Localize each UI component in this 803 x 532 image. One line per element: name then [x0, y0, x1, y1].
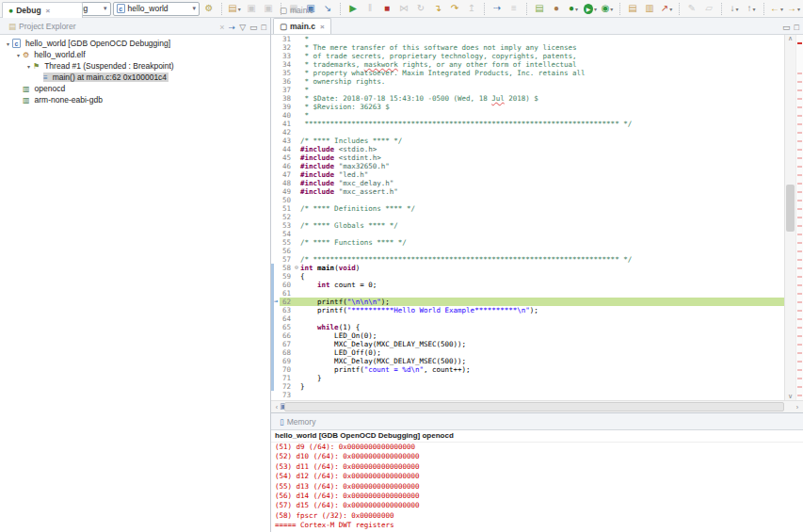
build-project-button[interactable]: ▤ [532, 2, 547, 16]
spelling-marker[interactable] [797, 149, 802, 151]
tree-item[interactable]: ≡main() at main.c:62 0x100001c4 [0, 72, 270, 83]
maximize-view-button[interactable]: □ [262, 23, 266, 32]
editor-tab-main-c[interactable]: ▢main.c [273, 2, 331, 18]
debug-history-dropdown[interactable]: ●▾ [566, 2, 581, 16]
annotation-column [271, 60, 280, 69]
external-tools-dropdown[interactable]: ◉▾ [600, 2, 615, 16]
editor-horizontal-scrollbar[interactable]: ‹ › [271, 400, 803, 412]
editor-vertical-scrollbar[interactable]: ∧ ∨ [784, 35, 795, 400]
debug-launch-tree[interactable]: ▾chello_world [GDB OpenOCD Debugging]▾⚙h… [0, 35, 270, 532]
spelling-marker[interactable] [797, 369, 802, 371]
annotation-column [271, 187, 280, 196]
spelling-marker[interactable] [797, 123, 802, 125]
maximize-editor-button[interactable]: □ [795, 23, 799, 32]
spelling-marker[interactable] [797, 386, 802, 388]
expander-icon[interactable]: ▾ [14, 52, 23, 58]
spelling-marker[interactable] [797, 225, 802, 227]
expander-icon[interactable]: ▾ [24, 63, 33, 70]
tree-item[interactable]: ▥openocd [0, 83, 270, 94]
scroll-up-icon[interactable]: ∧ [785, 35, 795, 42]
run-history-dropdown[interactable]: ▶▾ [583, 2, 598, 16]
close-icon[interactable]: × [46, 7, 51, 15]
spelling-marker[interactable] [797, 395, 802, 396]
new-wizard-dropdown[interactable]: ▤▾ [227, 2, 242, 16]
tab-project-explorer[interactable]: ▤Project Explorer [2, 18, 83, 34]
open-folder-button[interactable]: ▤ [625, 2, 640, 16]
spelling-marker[interactable] [797, 157, 802, 159]
scroll-down-icon[interactable]: ∨ [785, 393, 795, 400]
clean-project-button[interactable]: ● [549, 2, 564, 16]
spelling-marker[interactable] [797, 174, 802, 176]
step-into-button[interactable]: ↴ [430, 2, 445, 16]
spelling-marker[interactable] [797, 361, 802, 363]
resume-button[interactable]: ▶ [345, 2, 361, 16]
code-line: 52 [271, 213, 784, 221]
spelling-marker[interactable] [797, 140, 802, 142]
instruction-stepping-toggle-icon[interactable]: ⇢ [229, 23, 236, 32]
spelling-marker[interactable] [797, 81, 802, 83]
back-dropdown[interactable]: ←▾ [769, 2, 784, 16]
spelling-marker[interactable] [797, 73, 802, 74]
spelling-marker[interactable] [797, 242, 802, 244]
code-editor[interactable]: 31 *32 * The mere transfer of this softw… [271, 35, 803, 400]
open-resource-button[interactable]: ▥ [642, 2, 657, 16]
horizontal-scroll-thumb[interactable] [284, 402, 784, 411]
minimize-editor-button[interactable]: ▭ [782, 23, 791, 32]
forward-dropdown[interactable]: →▾ [786, 2, 801, 16]
spelling-marker[interactable] [797, 327, 802, 329]
instruction-stepping-button[interactable]: ⇢ [490, 2, 505, 16]
spelling-marker[interactable] [797, 115, 802, 117]
tree-item[interactable]: ▾chello_world [GDB OpenOCD Debugging] [0, 38, 270, 49]
tree-item[interactable]: ▥arm-none-eabi-gdb [0, 94, 270, 105]
spelling-marker[interactable] [797, 106, 802, 108]
tree-item[interactable]: ▾⚑Thread #1 (Suspended : Breakpoint) [0, 60, 270, 72]
spelling-marker[interactable] [797, 200, 802, 202]
spelling-marker[interactable] [797, 89, 802, 91]
spelling-marker[interactable] [797, 208, 802, 210]
previous-annotation-dropdown[interactable]: ↑▾ [744, 2, 759, 16]
spelling-marker[interactable] [797, 250, 802, 252]
spelling-marker[interactable] [797, 318, 802, 320]
remove-all-terminated-button[interactable]: × [219, 23, 224, 32]
tree-item[interactable]: ▾⚙hello_world.elf [0, 49, 270, 60]
next-annotation-dropdown[interactable]: ↓▾ [727, 2, 742, 16]
console-tab-memory[interactable]: ▯Memory [273, 413, 363, 429]
spelling-marker[interactable] [797, 276, 802, 278]
step-over-button[interactable]: ↷ [447, 2, 462, 16]
spelling-marker[interactable] [797, 259, 802, 261]
terminate-button[interactable]: ■ [379, 2, 394, 16]
spelling-marker[interactable] [797, 301, 802, 303]
console-output[interactable]: (51) d9 (/64): 0x0000000000000000(52) d1… [271, 443, 803, 532]
spelling-marker[interactable] [797, 132, 802, 134]
vertical-scroll-thumb[interactable] [786, 185, 795, 232]
collapse-icon[interactable]: ⊖ [293, 264, 300, 272]
error-marker[interactable] [797, 42, 802, 44]
spelling-marker[interactable] [797, 166, 802, 168]
spelling-marker[interactable] [797, 183, 802, 185]
close-icon[interactable]: × [320, 23, 325, 31]
spelling-marker[interactable] [797, 293, 802, 295]
expander-icon[interactable]: ▾ [4, 40, 12, 47]
overview-ruler[interactable] [795, 35, 803, 400]
spelling-marker[interactable] [797, 98, 802, 100]
spelling-marker[interactable] [797, 378, 802, 379]
spelling-marker[interactable] [797, 335, 802, 337]
view-menu-button[interactable]: ▽ [239, 23, 246, 32]
spelling-marker[interactable] [797, 352, 802, 354]
spelling-marker[interactable] [797, 234, 802, 235]
spelling-marker[interactable] [797, 191, 802, 193]
spelling-marker[interactable] [797, 217, 802, 218]
spelling-marker[interactable] [797, 284, 802, 286]
fold-marker [293, 196, 300, 204]
spelling-marker[interactable] [797, 344, 802, 346]
launch-config-gear-icon[interactable]: ⚙ [201, 2, 217, 16]
scroll-right-icon[interactable]: › [792, 404, 803, 411]
launch-config-combo[interactable]: chello_world▾ [113, 2, 200, 16]
editor-tab-main-c[interactable]: ▢main.c× [273, 18, 331, 34]
launch-tool-dropdown[interactable]: ↗▾ [659, 2, 674, 16]
code-text-area[interactable]: 31 *32 * The mere transfer of this softw… [271, 35, 784, 400]
spelling-marker[interactable] [797, 267, 802, 269]
spelling-marker[interactable] [797, 310, 802, 312]
tab-debug[interactable]: ●Debug× [2, 2, 83, 18]
minimize-view-button[interactable]: ▭ [249, 23, 258, 32]
